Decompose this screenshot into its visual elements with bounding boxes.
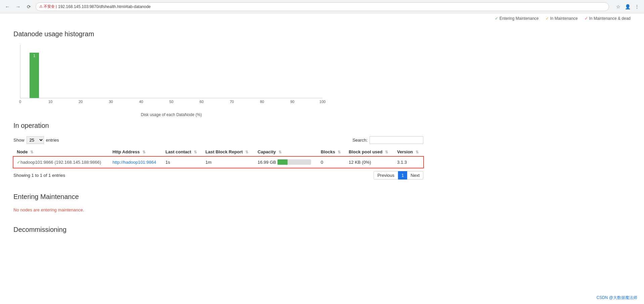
entering-maintenance-title: Entering Maintenance [13,193,423,201]
histogram-x-axis: 0 10 20 30 40 50 60 70 80 90 100 [20,100,323,106]
capacity-text: 16.99 GB [258,160,276,165]
reload-button[interactable]: ⟳ [25,3,33,11]
browser-actions: ☆ 👤 ⋮ [614,3,641,10]
sort-node-icon: ⇅ [30,150,33,154]
data-table: Node ⇅ Http Address ⇅ Last contact ⇅ Las… [13,147,423,168]
capacity-bar-container: 16.99 GB [258,159,314,165]
cell-capacity: 16.99 GB [254,157,317,168]
x-tick-30: 30 [109,100,113,104]
legend-in-maintenance: ✓ In Maintenance [546,16,578,21]
entering-maintenance-message: No nodes are entering maintenance. [13,207,423,212]
x-tick-90: 90 [290,100,294,104]
legend-entering-maintenance: ✓ Entering Maintenance [495,16,539,21]
in-maintenance-icon: ✓ [546,16,549,21]
cell-block-pool-used: 12 KB (0%) [345,157,394,168]
histogram-container: 1 0 10 20 30 40 50 60 70 80 90 100 Disk … [20,45,423,112]
sort-blocks-icon: ⇅ [338,150,341,154]
col-last-contact[interactable]: Last contact ⇅ [162,147,202,157]
table-footer: Showing 1 to 1 of 1 entries Previous 1 N… [13,171,423,180]
x-tick-100: 100 [319,100,326,104]
show-label: Show [13,138,25,143]
show-entries: Show 25 10 50 100 entries [13,136,59,144]
sort-block-pool-icon: ⇅ [385,150,388,154]
url-text: 192.168.145.103:9870/dfshealth.html#tab-… [58,4,151,9]
col-last-block-report[interactable]: Last Block Report ⇅ [202,147,254,157]
x-tick-70: 70 [230,100,234,104]
back-button[interactable]: ← [3,3,11,11]
in-operation-title: In operation [13,122,423,130]
address-bar[interactable]: ⚠ 不安全 | 192.168.145.103:9870/dfshealth.h… [36,2,609,11]
col-node[interactable]: Node ⇅ [13,147,109,157]
histogram-bar-value: 1 [33,53,35,58]
sort-capacity-icon: ⇅ [278,150,282,154]
x-tick-50: 50 [169,100,173,104]
profile-button[interactable]: 👤 [624,3,631,10]
histogram-bar: 1 [30,53,39,98]
cell-node: ✓hadoop101:9866 (192.168.145.188:9866) [13,157,109,168]
http-address-link[interactable]: http://hadoop101:9864 [113,160,156,165]
entries-label: entries [46,138,59,143]
in-operation-section: In operation Show 25 10 50 100 entries S… [13,122,423,180]
x-tick-10: 10 [48,100,52,104]
in-maintenance-label: In Maintenance [550,16,578,21]
pagination: Previous 1 Next [374,171,423,180]
table-controls: Show 25 10 50 100 entries Search: [13,136,423,144]
table-row: ✓hadoop101:9866 (192.168.145.188:9866)ht… [13,157,423,168]
col-block-pool[interactable]: Block pool used ⇅ [345,147,394,157]
entering-maintenance-label: Entering Maintenance [500,16,539,21]
browser-bar: ← → ⟳ ⚠ 不安全 | 192.168.145.103:9870/dfshe… [0,0,644,13]
entering-maintenance-icon: ✓ [495,16,498,21]
search-input[interactable] [370,136,423,144]
sort-http-icon: ⇅ [142,150,145,154]
cell-http-address: http://hadoop101:9864 [109,157,162,168]
cell-blocks: 0 [317,157,345,168]
in-maintenance-dead-icon: ✓ [585,16,588,21]
previous-button[interactable]: Previous [374,171,398,180]
table-header-row: Node ⇅ Http Address ⇅ Last contact ⇅ Las… [13,147,423,157]
capacity-bar-outer [277,159,311,165]
menu-button[interactable]: ⋮ [633,3,641,10]
decommissioning-section: Decommissioning [13,226,423,234]
col-version[interactable]: Version ⇅ [394,147,423,157]
x-tick-20: 20 [79,100,83,104]
x-tick-80: 80 [260,100,264,104]
legend-bar: ✓ Entering Maintenance ✓ In Maintenance … [0,13,644,23]
histogram-chart: 1 [20,45,323,98]
next-button[interactable]: Next [407,171,423,180]
col-http-address[interactable]: Http Address ⇅ [109,147,162,157]
entries-select[interactable]: 25 10 50 100 [27,136,44,144]
node-status-icon: ✓ [17,160,20,165]
search-label: Search: [352,138,368,143]
showing-label: Showing 1 to 1 of 1 entries [13,173,65,178]
forward-button[interactable]: → [14,3,22,11]
capacity-bar-inner [277,159,288,165]
x-tick-40: 40 [139,100,143,104]
cell-last-block-report: 1m [202,157,254,168]
cell-last-contact: 1s [162,157,202,168]
security-warning: ⚠ 不安全 | [39,4,57,9]
histogram-section: Datanode usage histogram 1 0 10 20 30 40… [13,30,423,112]
legend-in-maintenance-dead: ✓ In Maintenance & dead [585,16,631,21]
col-blocks[interactable]: Blocks ⇅ [317,147,345,157]
entering-maintenance-section: Entering Maintenance No nodes are enteri… [13,193,423,212]
page-number: 1 [398,171,407,180]
decommissioning-title: Decommissioning [13,226,423,234]
in-maintenance-dead-label: In Maintenance & dead [589,16,631,21]
x-tick-0: 0 [19,100,21,104]
cell-version: 3.1.3 [394,157,423,168]
search-area: Search: [352,136,423,144]
bookmark-button[interactable]: ☆ [614,3,622,10]
col-capacity[interactable]: Capacity ⇅ [254,147,317,157]
sort-version-icon: ⇅ [416,150,419,154]
histogram-x-label: Disk usage of each DataNode (%) [20,112,323,117]
sort-block-report-icon: ⇅ [245,150,248,154]
sort-last-contact-icon: ⇅ [194,150,197,154]
node-link[interactable]: hadoop101:9866 (192.168.145.188:9866) [20,160,101,165]
histogram-title: Datanode usage histogram [13,30,423,38]
x-tick-60: 60 [200,100,204,104]
